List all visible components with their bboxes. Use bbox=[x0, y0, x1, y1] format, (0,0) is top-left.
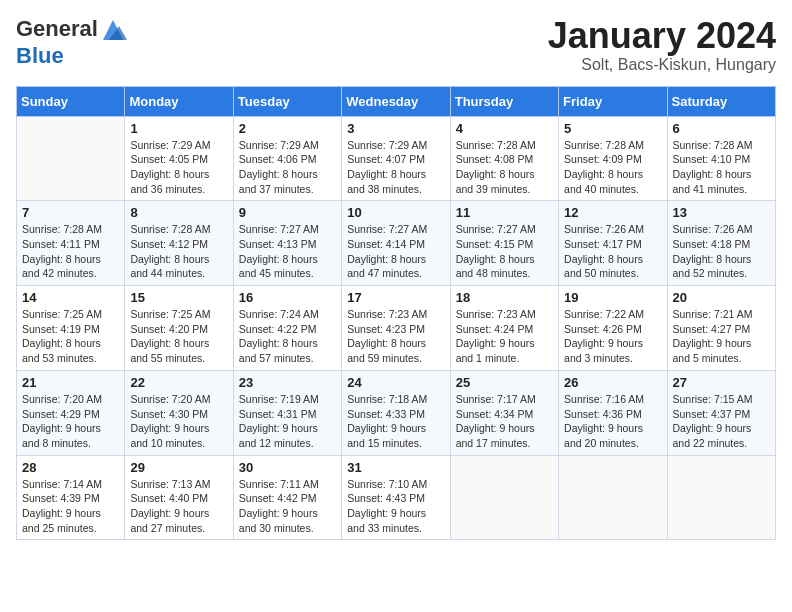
day-number: 24 bbox=[347, 375, 444, 390]
day-info: Sunrise: 7:18 AM Sunset: 4:33 PM Dayligh… bbox=[347, 392, 444, 451]
day-info: Sunrise: 7:27 AM Sunset: 4:13 PM Dayligh… bbox=[239, 222, 336, 281]
day-info: Sunrise: 7:14 AM Sunset: 4:39 PM Dayligh… bbox=[22, 477, 119, 536]
calendar-cell: 29Sunrise: 7:13 AM Sunset: 4:40 PM Dayli… bbox=[125, 455, 233, 540]
day-number: 17 bbox=[347, 290, 444, 305]
day-info: Sunrise: 7:19 AM Sunset: 4:31 PM Dayligh… bbox=[239, 392, 336, 451]
day-info: Sunrise: 7:17 AM Sunset: 4:34 PM Dayligh… bbox=[456, 392, 553, 451]
day-number: 26 bbox=[564, 375, 661, 390]
day-number: 25 bbox=[456, 375, 553, 390]
calendar-cell: 28Sunrise: 7:14 AM Sunset: 4:39 PM Dayli… bbox=[17, 455, 125, 540]
day-info: Sunrise: 7:20 AM Sunset: 4:29 PM Dayligh… bbox=[22, 392, 119, 451]
day-number: 3 bbox=[347, 121, 444, 136]
day-number: 12 bbox=[564, 205, 661, 220]
day-number: 23 bbox=[239, 375, 336, 390]
day-number: 19 bbox=[564, 290, 661, 305]
day-number: 13 bbox=[673, 205, 770, 220]
day-info: Sunrise: 7:28 AM Sunset: 4:08 PM Dayligh… bbox=[456, 138, 553, 197]
day-number: 2 bbox=[239, 121, 336, 136]
day-info: Sunrise: 7:28 AM Sunset: 4:09 PM Dayligh… bbox=[564, 138, 661, 197]
calendar-cell: 22Sunrise: 7:20 AM Sunset: 4:30 PM Dayli… bbox=[125, 370, 233, 455]
calendar-cell: 13Sunrise: 7:26 AM Sunset: 4:18 PM Dayli… bbox=[667, 201, 775, 286]
day-number: 16 bbox=[239, 290, 336, 305]
calendar-cell: 2Sunrise: 7:29 AM Sunset: 4:06 PM Daylig… bbox=[233, 116, 341, 201]
day-number: 8 bbox=[130, 205, 227, 220]
calendar-cell: 3Sunrise: 7:29 AM Sunset: 4:07 PM Daylig… bbox=[342, 116, 450, 201]
day-number: 22 bbox=[130, 375, 227, 390]
calendar-cell: 10Sunrise: 7:27 AM Sunset: 4:14 PM Dayli… bbox=[342, 201, 450, 286]
calendar-cell: 6Sunrise: 7:28 AM Sunset: 4:10 PM Daylig… bbox=[667, 116, 775, 201]
calendar-body: 1Sunrise: 7:29 AM Sunset: 4:05 PM Daylig… bbox=[17, 116, 776, 540]
day-info: Sunrise: 7:24 AM Sunset: 4:22 PM Dayligh… bbox=[239, 307, 336, 366]
calendar-cell: 1Sunrise: 7:29 AM Sunset: 4:05 PM Daylig… bbox=[125, 116, 233, 201]
calendar-cell: 30Sunrise: 7:11 AM Sunset: 4:42 PM Dayli… bbox=[233, 455, 341, 540]
day-info: Sunrise: 7:10 AM Sunset: 4:43 PM Dayligh… bbox=[347, 477, 444, 536]
calendar-table: SundayMondayTuesdayWednesdayThursdayFrid… bbox=[16, 86, 776, 541]
calendar-week-5: 28Sunrise: 7:14 AM Sunset: 4:39 PM Dayli… bbox=[17, 455, 776, 540]
calendar-cell: 31Sunrise: 7:10 AM Sunset: 4:43 PM Dayli… bbox=[342, 455, 450, 540]
calendar-cell: 15Sunrise: 7:25 AM Sunset: 4:20 PM Dayli… bbox=[125, 286, 233, 371]
day-info: Sunrise: 7:20 AM Sunset: 4:30 PM Dayligh… bbox=[130, 392, 227, 451]
weekday-header-friday: Friday bbox=[559, 86, 667, 116]
day-info: Sunrise: 7:25 AM Sunset: 4:20 PM Dayligh… bbox=[130, 307, 227, 366]
calendar-cell: 24Sunrise: 7:18 AM Sunset: 4:33 PM Dayli… bbox=[342, 370, 450, 455]
logo-blue: Blue bbox=[16, 43, 64, 68]
title-area: January 2024 Solt, Bacs-Kiskun, Hungary bbox=[548, 16, 776, 74]
calendar-cell: 26Sunrise: 7:16 AM Sunset: 4:36 PM Dayli… bbox=[559, 370, 667, 455]
calendar-cell: 21Sunrise: 7:20 AM Sunset: 4:29 PM Dayli… bbox=[17, 370, 125, 455]
calendar-cell: 25Sunrise: 7:17 AM Sunset: 4:34 PM Dayli… bbox=[450, 370, 558, 455]
day-number: 27 bbox=[673, 375, 770, 390]
month-title: January 2024 bbox=[548, 16, 776, 56]
day-number: 5 bbox=[564, 121, 661, 136]
day-info: Sunrise: 7:15 AM Sunset: 4:37 PM Dayligh… bbox=[673, 392, 770, 451]
calendar-cell: 27Sunrise: 7:15 AM Sunset: 4:37 PM Dayli… bbox=[667, 370, 775, 455]
day-info: Sunrise: 7:28 AM Sunset: 4:10 PM Dayligh… bbox=[673, 138, 770, 197]
day-number: 20 bbox=[673, 290, 770, 305]
day-number: 11 bbox=[456, 205, 553, 220]
logo-general: General bbox=[16, 16, 98, 41]
calendar-cell: 14Sunrise: 7:25 AM Sunset: 4:19 PM Dayli… bbox=[17, 286, 125, 371]
day-number: 10 bbox=[347, 205, 444, 220]
day-info: Sunrise: 7:11 AM Sunset: 4:42 PM Dayligh… bbox=[239, 477, 336, 536]
day-info: Sunrise: 7:23 AM Sunset: 4:23 PM Dayligh… bbox=[347, 307, 444, 366]
calendar-cell: 5Sunrise: 7:28 AM Sunset: 4:09 PM Daylig… bbox=[559, 116, 667, 201]
day-info: Sunrise: 7:23 AM Sunset: 4:24 PM Dayligh… bbox=[456, 307, 553, 366]
calendar-cell: 17Sunrise: 7:23 AM Sunset: 4:23 PM Dayli… bbox=[342, 286, 450, 371]
calendar-cell bbox=[559, 455, 667, 540]
calendar-cell: 8Sunrise: 7:28 AM Sunset: 4:12 PM Daylig… bbox=[125, 201, 233, 286]
calendar-cell: 11Sunrise: 7:27 AM Sunset: 4:15 PM Dayli… bbox=[450, 201, 558, 286]
day-info: Sunrise: 7:16 AM Sunset: 4:36 PM Dayligh… bbox=[564, 392, 661, 451]
weekday-header-thursday: Thursday bbox=[450, 86, 558, 116]
day-number: 29 bbox=[130, 460, 227, 475]
weekday-header-tuesday: Tuesday bbox=[233, 86, 341, 116]
weekday-header-wednesday: Wednesday bbox=[342, 86, 450, 116]
day-info: Sunrise: 7:27 AM Sunset: 4:15 PM Dayligh… bbox=[456, 222, 553, 281]
day-number: 6 bbox=[673, 121, 770, 136]
calendar-cell bbox=[17, 116, 125, 201]
day-number: 1 bbox=[130, 121, 227, 136]
calendar-week-3: 14Sunrise: 7:25 AM Sunset: 4:19 PM Dayli… bbox=[17, 286, 776, 371]
day-info: Sunrise: 7:13 AM Sunset: 4:40 PM Dayligh… bbox=[130, 477, 227, 536]
day-number: 21 bbox=[22, 375, 119, 390]
weekday-header-saturday: Saturday bbox=[667, 86, 775, 116]
day-info: Sunrise: 7:26 AM Sunset: 4:17 PM Dayligh… bbox=[564, 222, 661, 281]
day-info: Sunrise: 7:26 AM Sunset: 4:18 PM Dayligh… bbox=[673, 222, 770, 281]
calendar-cell: 12Sunrise: 7:26 AM Sunset: 4:17 PM Dayli… bbox=[559, 201, 667, 286]
page-header: General Blue January 2024 Solt, Bacs-Kis… bbox=[16, 16, 776, 74]
calendar-cell: 18Sunrise: 7:23 AM Sunset: 4:24 PM Dayli… bbox=[450, 286, 558, 371]
calendar-cell: 4Sunrise: 7:28 AM Sunset: 4:08 PM Daylig… bbox=[450, 116, 558, 201]
day-number: 4 bbox=[456, 121, 553, 136]
calendar-cell: 23Sunrise: 7:19 AM Sunset: 4:31 PM Dayli… bbox=[233, 370, 341, 455]
calendar-cell: 7Sunrise: 7:28 AM Sunset: 4:11 PM Daylig… bbox=[17, 201, 125, 286]
calendar-week-1: 1Sunrise: 7:29 AM Sunset: 4:05 PM Daylig… bbox=[17, 116, 776, 201]
day-number: 9 bbox=[239, 205, 336, 220]
day-number: 15 bbox=[130, 290, 227, 305]
logo: General Blue bbox=[16, 16, 128, 68]
day-info: Sunrise: 7:28 AM Sunset: 4:11 PM Dayligh… bbox=[22, 222, 119, 281]
calendar-week-2: 7Sunrise: 7:28 AM Sunset: 4:11 PM Daylig… bbox=[17, 201, 776, 286]
location: Solt, Bacs-Kiskun, Hungary bbox=[548, 56, 776, 74]
day-info: Sunrise: 7:28 AM Sunset: 4:12 PM Dayligh… bbox=[130, 222, 227, 281]
weekday-header-sunday: Sunday bbox=[17, 86, 125, 116]
calendar-cell: 16Sunrise: 7:24 AM Sunset: 4:22 PM Dayli… bbox=[233, 286, 341, 371]
calendar-cell bbox=[667, 455, 775, 540]
weekday-header-monday: Monday bbox=[125, 86, 233, 116]
